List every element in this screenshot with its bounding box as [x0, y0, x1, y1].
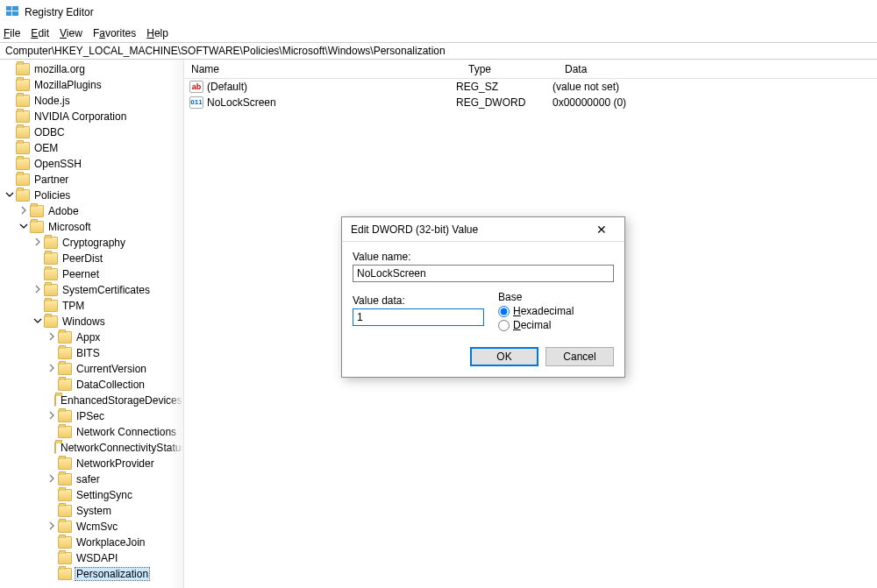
- folder-icon: [58, 505, 72, 517]
- folder-icon: [44, 284, 58, 296]
- menu-favorites[interactable]: Favorites: [93, 27, 136, 39]
- menu-edit[interactable]: Edit: [31, 27, 49, 39]
- value-name-input[interactable]: [353, 265, 614, 282]
- list-cell-name: (Default): [207, 81, 247, 93]
- radio-decimal[interactable]: Decimal: [498, 319, 614, 331]
- address-bar[interactable]: Computer\HKEY_LOCAL_MACHINE\SOFTWARE\Pol…: [0, 42, 877, 60]
- dialog-titlebar[interactable]: Edit DWORD (32-bit) Value ✕: [342, 217, 624, 242]
- chevron-right-icon[interactable]: [46, 521, 58, 532]
- tree-item-peernet[interactable]: Peernet: [4, 266, 183, 282]
- svg-rect-2: [6, 11, 11, 16]
- tree-item-bits[interactable]: BITS: [4, 345, 183, 361]
- menu-help[interactable]: Help: [146, 27, 168, 39]
- tree-item-odbc[interactable]: ODBC: [4, 124, 183, 140]
- tree-item-label: Personalization: [75, 567, 150, 581]
- tree-item-microsoft[interactable]: Microsoft: [4, 219, 183, 235]
- tree-view[interactable]: mozilla.orgMozillaPluginsNode.jsNVIDIA C…: [0, 60, 184, 588]
- list-cell-data: (value not set): [553, 81, 877, 93]
- menu-file[interactable]: File: [4, 27, 20, 39]
- list-row[interactable]: ab(Default)REG_SZ(value not set): [184, 79, 877, 95]
- folder-icon: [58, 410, 72, 422]
- radio-hexadecimal-input[interactable]: [498, 306, 510, 317]
- folder-icon: [16, 126, 30, 138]
- list-row[interactable]: 011NoLockScreenREG_DWORD0x00000000 (0): [184, 95, 877, 110]
- tree-item-nvidia-corporation[interactable]: NVIDIA Corporation: [4, 109, 183, 124]
- tree-item-label: safer: [75, 473, 102, 485]
- tree-item-systemcertificates[interactable]: SystemCertificates: [4, 282, 183, 298]
- tree-item-system[interactable]: System: [4, 503, 183, 519]
- tree-item-safer[interactable]: safer: [4, 471, 183, 487]
- list-cell-type: REG_SZ: [456, 81, 553, 93]
- chevron-down-icon[interactable]: [18, 222, 30, 232]
- folder-icon: [44, 252, 58, 265]
- tree-item-label: Windows: [61, 315, 107, 328]
- tree-item-label: ODBC: [32, 126, 67, 138]
- folder-icon: [58, 363, 72, 375]
- tree-item-appx[interactable]: Appx: [4, 329, 183, 345]
- chevron-right-icon[interactable]: [18, 206, 30, 216]
- tree-item-networkconnectivitystatus[interactable]: NetworkConnectivityStatus: [4, 440, 183, 456]
- col-header-type[interactable]: Type: [461, 63, 558, 75]
- tree-item-label: Partner: [32, 174, 70, 186]
- tree-item-personalization[interactable]: Personalization: [4, 566, 183, 582]
- ok-button[interactable]: OK: [470, 347, 538, 366]
- chevron-right-icon[interactable]: [46, 332, 58, 343]
- chevron-right-icon[interactable]: [46, 364, 58, 374]
- dialog-body: Value name: Value data: Base Hexadecimal…: [342, 242, 624, 338]
- col-header-name[interactable]: Name: [184, 63, 461, 75]
- tree-item-cryptography[interactable]: Cryptography: [4, 235, 183, 251]
- folder-icon: [44, 268, 58, 280]
- folder-icon: [16, 95, 30, 107]
- cancel-button[interactable]: Cancel: [545, 347, 614, 366]
- chevron-right-icon[interactable]: [32, 285, 44, 295]
- chevron-right-icon[interactable]: [46, 474, 58, 485]
- tree-item-mozillaplugins[interactable]: MozillaPlugins: [4, 77, 183, 93]
- tree-item-partner[interactable]: Partner: [4, 172, 183, 188]
- tree-item-node-js[interactable]: Node.js: [4, 93, 183, 109]
- folder-icon: [16, 189, 30, 202]
- tree-item-network-connections[interactable]: Network Connections: [4, 424, 183, 440]
- tree-item-tpm[interactable]: TPM: [4, 298, 183, 314]
- chevron-right-icon[interactable]: [46, 411, 58, 422]
- tree-item-peerdist[interactable]: PeerDist: [4, 251, 183, 266]
- folder-icon: [54, 442, 56, 454]
- tree-item-adobe[interactable]: Adobe: [4, 203, 183, 219]
- tree-item-policies[interactable]: Policies: [4, 188, 183, 203]
- tree-item-label: Network Connections: [75, 426, 178, 438]
- tree-item-label: MozillaPlugins: [32, 79, 103, 91]
- tree-item-currentversion[interactable]: CurrentVersion: [4, 361, 183, 377]
- tree-item-oem[interactable]: OEM: [4, 140, 183, 156]
- tree-item-label: WorkplaceJoin: [75, 536, 146, 549]
- folder-icon: [16, 174, 30, 186]
- chevron-down-icon[interactable]: [4, 190, 16, 201]
- close-icon[interactable]: ✕: [588, 223, 616, 237]
- tree-item-label: Adobe: [46, 205, 81, 217]
- radio-hexadecimal[interactable]: Hexadecimal: [498, 305, 614, 317]
- list-cell-type: REG_DWORD: [456, 96, 553, 109]
- folder-icon: [16, 158, 30, 170]
- tree-item-label: IPSec: [75, 410, 106, 422]
- tree-item-networkprovider[interactable]: NetworkProvider: [4, 456, 183, 471]
- chevron-right-icon[interactable]: [32, 237, 44, 248]
- tree-item-wsdapi[interactable]: WSDAPI: [4, 550, 183, 566]
- value-data-input[interactable]: [353, 308, 484, 326]
- col-header-data[interactable]: Data: [558, 63, 877, 75]
- tree-item-datacollection[interactable]: DataCollection: [4, 377, 183, 393]
- tree-item-settingsync[interactable]: SettingSync: [4, 487, 183, 503]
- tree-item-windows[interactable]: Windows: [4, 314, 183, 329]
- menu-view[interactable]: View: [60, 27, 82, 39]
- chevron-down-icon[interactable]: [32, 316, 44, 327]
- tree-item-label: EnhancedStorageDevices: [59, 394, 184, 407]
- tree-item-mozilla-org[interactable]: mozilla.org: [4, 61, 183, 77]
- tree-item-wcmsvc[interactable]: WcmSvc: [4, 519, 183, 535]
- folder-icon: [58, 536, 72, 549]
- folder-icon: [16, 79, 30, 91]
- tree-item-ipsec[interactable]: IPSec: [4, 408, 183, 424]
- tree-item-openssh[interactable]: OpenSSH: [4, 156, 183, 172]
- svg-rect-3: [12, 11, 18, 16]
- tree-item-enhancedstoragedevices[interactable]: EnhancedStorageDevices: [4, 393, 183, 408]
- tree-item-label: BITS: [75, 347, 102, 359]
- radio-decimal-input[interactable]: [498, 320, 510, 331]
- tree-item-workplacejoin[interactable]: WorkplaceJoin: [4, 535, 183, 550]
- folder-icon: [54, 394, 56, 407]
